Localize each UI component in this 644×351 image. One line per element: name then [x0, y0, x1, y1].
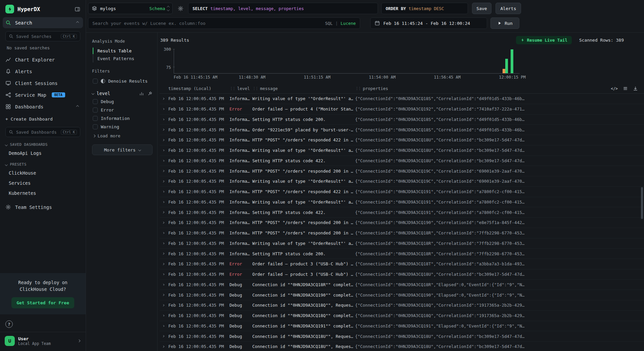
date-range-picker[interactable]: Feb 16 11:45:24 - Feb 16 12:00:24 — [370, 17, 487, 29]
saved-dashboards-search[interactable]: Ctrl K — [5, 127, 80, 137]
denoise-results-checkbox[interactable]: Denoise Results — [92, 77, 153, 85]
log-row[interactable]: Feb 16 12:00:05.435 PM Informa… Setting … — [160, 207, 644, 218]
saved-searches-input[interactable] — [16, 34, 58, 39]
log-row[interactable]: Feb 16 12:00:05.435 PM Debug Connection … — [160, 280, 644, 290]
histogram-bar[interactable] — [505, 59, 508, 73]
source-selector[interactable]: mylogs Schema — [88, 3, 173, 14]
facet-pin-icon[interactable] — [147, 91, 153, 96]
log-row[interactable]: Feb 16 12:00:05.435 PM Error Order faile… — [160, 259, 644, 269]
resume-live-tail-button[interactable]: Resume Live Tail — [516, 36, 572, 44]
alerts-button[interactable]: Alerts — [496, 3, 521, 14]
level-filter-option[interactable]: Warning — [92, 123, 153, 131]
expand-row-icon[interactable] — [160, 253, 166, 255]
download-icon[interactable] — [633, 86, 638, 91]
view-source-icon[interactable]: </> — [611, 86, 618, 91]
mode-event-patterns[interactable]: Event Patterns — [93, 55, 153, 62]
section-saved-dashboards[interactable]: SAVED DASHBOARDS — [0, 138, 86, 148]
log-row[interactable]: Feb 16 12:00:05.435 PM Informa… HTTP "PO… — [160, 166, 644, 176]
drag-handle-icon[interactable]: ⋮⋮ — [355, 86, 360, 91]
preset-item[interactable]: Kubernetes — [0, 188, 86, 198]
log-row[interactable]: Feb 16 12:00:05.435 PM Debug Connection … — [160, 290, 644, 300]
column-header-properties[interactable]: ⋮⋮properties — [355, 86, 644, 91]
saved-searches-search[interactable]: Ctrl K — [5, 31, 80, 41]
log-row[interactable]: Feb 16 12:00:05.435 PM Debug Connection … — [160, 342, 644, 351]
expand-row-icon[interactable] — [160, 149, 166, 151]
log-row[interactable]: Feb 16 12:00:05.435 PM Informa… Writing … — [160, 94, 644, 104]
log-row[interactable]: Feb 16 12:00:05.435 PM Informa… Writing … — [160, 197, 644, 208]
mode-results-table[interactable]: Results Table — [93, 47, 153, 55]
collapse-sidebar-icon[interactable] — [75, 6, 80, 12]
table-options-icon[interactable] — [623, 86, 628, 91]
histogram-bar[interactable] — [511, 49, 513, 73]
log-row[interactable]: Feb 16 12:00:05.435 PM Debug Connection … — [160, 311, 644, 321]
expand-row-icon[interactable] — [160, 222, 166, 224]
expand-row-icon[interactable] — [160, 98, 166, 100]
expand-row-icon[interactable] — [160, 284, 166, 286]
event-search-box[interactable]: SQL | Lucene — [88, 17, 360, 29]
log-row[interactable]: Feb 16 12:00:05.435 PM Error Order faile… — [160, 104, 644, 115]
expand-row-icon[interactable] — [160, 170, 166, 172]
lang-lucene[interactable]: Lucene — [341, 21, 356, 26]
log-row[interactable]: Feb 16 12:00:05.435 PM Informa… Setting … — [160, 249, 644, 259]
level-filter-option[interactable]: Error — [92, 106, 153, 114]
level-filter-option[interactable]: Debug — [92, 97, 153, 106]
orderby-input[interactable]: ORDER BY timestamp DESC — [381, 3, 468, 14]
expand-row-icon[interactable] — [160, 180, 166, 182]
log-row[interactable]: Feb 16 12:00:05.435 PM Informa… HTTP "PO… — [160, 218, 644, 228]
sidebar-item-client-sessions[interactable]: Client Sessions — [3, 78, 83, 89]
sidebar-item-search[interactable]: Search — [3, 17, 83, 28]
log-row[interactable]: Feb 16 12:00:05.435 PM Informa… Order "9… — [160, 125, 644, 135]
log-row[interactable]: Feb 16 12:00:05.435 PM Informa… Writing … — [160, 145, 644, 156]
log-row[interactable]: Feb 16 12:00:05.435 PM Informa… Setting … — [160, 115, 644, 125]
saved-dashboard-item[interactable]: DemoApi Logs — [0, 148, 86, 158]
column-header-level[interactable]: ⋮⋮level — [229, 86, 250, 91]
sidebar-item-dashboards[interactable]: Dashboards — [3, 101, 83, 112]
vertical-scrollbar[interactable] — [641, 100, 643, 350]
expand-row-icon[interactable] — [160, 232, 166, 234]
facet-level[interactable]: level — [92, 91, 153, 96]
log-row[interactable]: Feb 16 12:00:05.435 PM Informa… HTTP "PO… — [160, 135, 644, 145]
load-more-link[interactable]: Load more — [92, 131, 153, 138]
sidebar-item-alerts[interactable]: Alerts — [3, 66, 83, 77]
scrollbar-thumb[interactable] — [641, 187, 643, 219]
log-row[interactable]: Feb 16 12:00:05.435 PM Debug Connection … — [160, 331, 644, 342]
sidebar-item-service-map[interactable]: Service Map BETA — [3, 89, 83, 100]
log-row[interactable]: Feb 16 12:00:05.435 PM Informa… Writing … — [160, 176, 644, 187]
results-histogram[interactable]: 30075 — [160, 49, 644, 74]
section-presets[interactable]: PRESETS — [0, 158, 86, 168]
expand-row-icon[interactable] — [160, 335, 166, 337]
expand-row-icon[interactable] — [160, 211, 166, 213]
expand-row-icon[interactable] — [160, 160, 166, 162]
expand-row-icon[interactable] — [160, 346, 166, 348]
log-row[interactable]: Feb 16 12:00:05.435 PM Informa… HTTP "PO… — [160, 228, 644, 238]
saved-dashboards-input[interactable] — [16, 130, 58, 135]
get-started-button[interactable]: Get Started for Free — [11, 297, 74, 308]
lang-sql[interactable]: SQL — [325, 21, 333, 26]
expand-row-icon[interactable] — [160, 201, 166, 203]
facet-chart-icon[interactable] — [139, 91, 144, 96]
checkbox[interactable] — [93, 116, 98, 121]
expand-row-icon[interactable] — [160, 304, 166, 306]
preset-item[interactable]: ClickHouse — [0, 168, 86, 178]
more-filters-button[interactable]: More filters — [92, 144, 153, 155]
select-query-input[interactable]: SELECT timestamp, level, message, proper… — [188, 3, 378, 14]
log-row[interactable]: Feb 16 12:00:05.435 PM Debug Connection … — [160, 300, 644, 311]
user-menu[interactable]: U User Local App Team — [0, 332, 86, 351]
sidebar-item-team-settings[interactable]: Team Settings — [3, 202, 83, 213]
drag-handle-icon[interactable]: ⋮⋮ — [252, 86, 258, 91]
expand-row-icon[interactable] — [160, 139, 166, 141]
expand-row-icon[interactable] — [160, 325, 166, 327]
create-dashboard-link[interactable]: + Create Dashboard — [0, 113, 86, 124]
expand-row-icon[interactable] — [160, 243, 166, 245]
log-row[interactable]: Feb 16 12:00:05.435 PM Debug Connection … — [160, 321, 644, 332]
expand-row-icon[interactable] — [160, 129, 166, 131]
query-language-toggle[interactable]: SQL | Lucene — [325, 21, 356, 26]
expand-row-icon[interactable] — [160, 294, 166, 296]
save-button[interactable]: Save — [472, 3, 491, 14]
log-row[interactable]: Feb 16 12:00:05.435 PM Error Order faile… — [160, 269, 644, 280]
expand-row-icon[interactable] — [160, 108, 166, 110]
checkbox[interactable] — [93, 99, 98, 104]
source-settings-gear-icon[interactable] — [175, 3, 185, 13]
expand-row-icon[interactable] — [160, 263, 166, 265]
histogram-bar[interactable] — [503, 69, 505, 73]
